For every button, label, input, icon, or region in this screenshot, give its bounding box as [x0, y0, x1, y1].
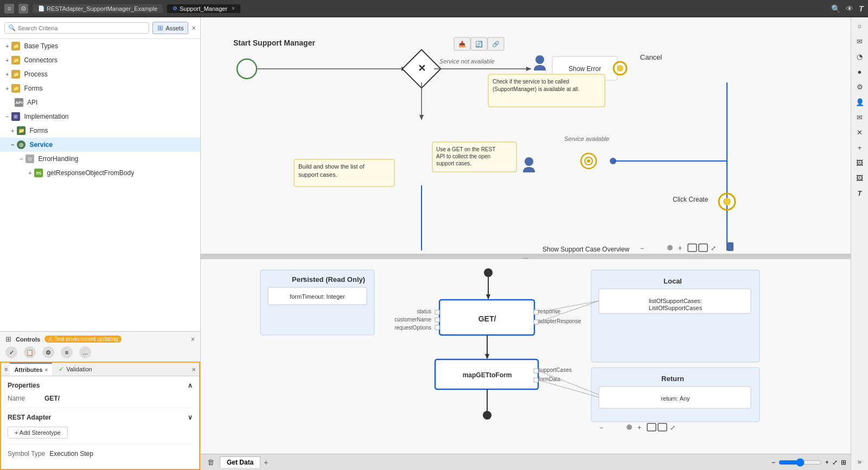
attributes-tab-close[interactable]: × [44, 367, 48, 373]
svg-text:formTimeout: Integer: formTimeout: Integer [290, 293, 345, 300]
svg-text:📥: 📥 [458, 40, 466, 48]
env-badge: ⚠ Test environment updating [44, 336, 121, 343]
svg-text:requestOptions: requestOptions [394, 325, 431, 331]
name-row: Name GET/ [8, 395, 193, 402]
rest-section: REST Adapter ∨ + Add Stereotype [8, 408, 193, 439]
properties-toggle[interactable]: ∧ [188, 382, 193, 389]
expand-btn1[interactable]: ⤢ [832, 459, 838, 466]
zoom-slider[interactable] [778, 458, 822, 467]
rt-close-icon[interactable]: ✕ [853, 126, 866, 139]
tab-attributes[interactable]: Attributes × [10, 363, 52, 376]
rt-mail2-icon[interactable]: ✉ [853, 111, 866, 124]
symbol-type-value: Execution Step [49, 450, 93, 458]
ctrl-check-icon[interactable]: ✓ [5, 346, 17, 358]
tree-item-impl-forms[interactable]: + 📁 Forms [0, 124, 200, 138]
eye-icon-top[interactable]: 👁 [846, 4, 853, 13]
zoom-plus-btn[interactable]: + [825, 459, 829, 466]
controls-close-button[interactable]: × [191, 336, 195, 343]
rt-text-icon[interactable]: T [853, 186, 866, 199]
gear-icon-topbar[interactable]: ⚙ [18, 4, 28, 14]
tree-item-process[interactable]: + 📁 Process [0, 67, 200, 81]
assets-button[interactable]: ⊞ Assets [152, 22, 188, 34]
expand-btn2[interactable]: ⊞ [841, 459, 846, 466]
svg-rect-80 [534, 310, 538, 314]
errorhandling-label: ErrorHandling [38, 155, 78, 163]
tab-validation[interactable]: ✓ Validation [54, 363, 97, 376]
rt-image2-icon[interactable]: 🖼 [853, 171, 866, 184]
tree-item-api[interactable]: API API [0, 95, 200, 110]
svg-text:Check if the service to be cal: Check if the service to be called [493, 79, 569, 85]
rest-section-toggle[interactable]: ∨ [188, 414, 193, 421]
ctrl-dots-icon[interactable]: ... [79, 346, 91, 358]
svg-text:✕: ✕ [418, 63, 426, 74]
zoom-minus-btn[interactable]: − [771, 459, 775, 466]
rt-mail-icon[interactable]: ✉ [853, 35, 866, 48]
tree-item-forms[interactable]: + 📁 Forms [0, 81, 200, 95]
search-icon-top[interactable]: 🔍 [831, 4, 840, 13]
properties-label: Properties [8, 382, 40, 389]
forms-label: Forms [24, 85, 42, 92]
process-label: Process [24, 70, 47, 78]
search-input[interactable] [18, 25, 145, 31]
svg-point-0 [237, 59, 257, 79]
trash-icon[interactable]: 🗑 [205, 457, 216, 467]
rt-plus-icon[interactable]: + [853, 141, 866, 154]
tree-item-get-method[interactable]: + RS getResponseObjectFromBody [0, 166, 200, 180]
svg-text:mapGETtoForm: mapGETtoForm [463, 371, 512, 379]
add-stereotype-button[interactable]: + Add Stereotype [8, 427, 68, 439]
folder-forms-icon: 📁 [11, 84, 20, 93]
left-sidebar: 🔍 ⊞ Assets × + 📁 Base Types + 📁 Conne [0, 17, 201, 470]
rest-section-label: REST Adapter [8, 414, 51, 421]
rt-expand-icon[interactable]: » [853, 455, 866, 468]
rest-section-header[interactable]: REST Adapter ∨ [8, 414, 193, 421]
rt-circle-icon[interactable]: ○ [853, 20, 866, 33]
rt-dot-icon[interactable]: ● [853, 65, 866, 78]
properties-section[interactable]: Properties ∧ [8, 382, 193, 389]
svg-rect-75 [435, 310, 439, 314]
attr-grid-icon: ≡ [4, 366, 8, 372]
search-row: 🔍 ⊞ Assets × [4, 22, 196, 34]
svg-marker-43 [419, 115, 424, 120]
svg-text:ListOfSupportCases: ListOfSupportCases [649, 305, 703, 311]
symbol-type-label: Symbol Type [8, 450, 45, 458]
rt-gear-icon[interactable]: ⚙ [853, 80, 866, 93]
add-tab-button[interactable]: + [264, 458, 268, 467]
ctrl-gear-icon[interactable]: ⚙ [42, 346, 54, 358]
tab-support-close[interactable]: × [232, 5, 235, 11]
diagram-lower[interactable]: Persisted (Read Only) ▾ formTimeout: Int… [201, 259, 851, 454]
text-icon-top[interactable]: T [859, 4, 864, 13]
name-value: GET/ [44, 395, 60, 402]
diagram-upper[interactable]: ✕ Service not available Show Error [201, 17, 851, 256]
rt-image-icon[interactable]: 🖼 [853, 156, 866, 169]
tab-rest-adapter[interactable]: 📄 RESTAdapter_SupportManager_Example [33, 4, 163, 13]
svg-marker-67 [485, 354, 489, 359]
ctrl-clipboard-icon[interactable]: 📋 [24, 346, 36, 358]
svg-text:Service not available: Service not available [439, 58, 495, 65]
tab-support-manager[interactable]: ⚙ Support_Manager × [167, 4, 240, 13]
svg-text:▾: ▾ [303, 275, 306, 282]
sidebar-close-button[interactable]: × [192, 24, 196, 32]
ctrl-list-icon[interactable]: ≡ [61, 346, 73, 358]
lower-diagram-svg: Persisted (Read Only) ▾ formTimeout: Int… [201, 259, 851, 454]
svg-point-71 [483, 411, 492, 420]
svg-text:return: Any: return: Any [661, 395, 690, 402]
tree-item-base-types[interactable]: + 📁 Base Types [0, 39, 200, 53]
tree-item-connectors[interactable]: + 📁 Connectors [0, 53, 200, 67]
get-data-tab[interactable]: Get Data [220, 456, 260, 468]
tree-item-implementation[interactable]: − ⊞ Implementation [0, 110, 200, 124]
attr-panel-close-button[interactable]: × [192, 365, 196, 374]
service-icon: ◎ [17, 140, 25, 149]
svg-text:⤢: ⤢ [711, 244, 716, 252]
rt-user-icon[interactable]: 👤 [853, 95, 866, 108]
hamburger-icon[interactable]: ≡ [4, 4, 14, 14]
add-stereotype-label: + Add Stereotype [15, 429, 61, 436]
svg-text:adapterResponse: adapterResponse [538, 318, 581, 324]
search-area: 🔍 ⊞ Assets × [0, 17, 200, 39]
svg-text:customerName: customerName [394, 317, 431, 323]
tree-item-errorhandling[interactable]: − ⊡ ErrorHandling [0, 152, 200, 166]
tree-item-service[interactable]: − ◎ Service [0, 138, 200, 152]
attr-body: Properties ∧ Name GET/ REST Adapter ∨ + … [1, 376, 199, 463]
svg-text:🔗: 🔗 [492, 40, 500, 48]
rt-clock-icon[interactable]: ◔ [853, 50, 866, 63]
svg-text:Return: Return [661, 375, 684, 383]
